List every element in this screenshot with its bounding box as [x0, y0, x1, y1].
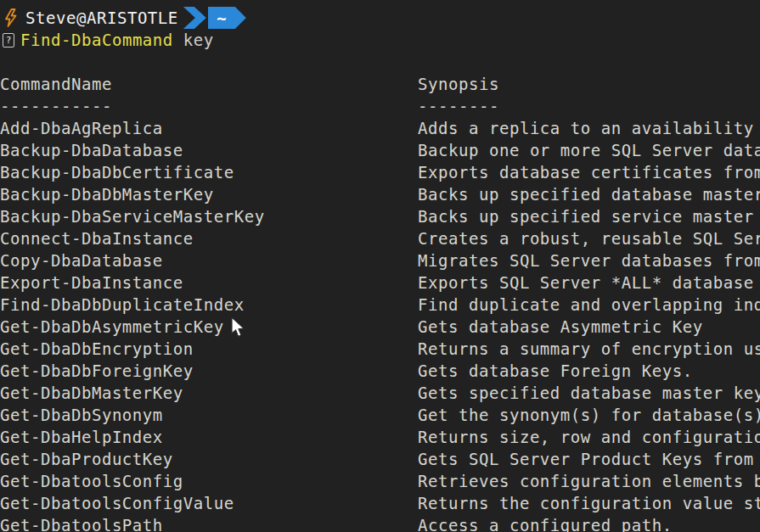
prompt-glyph-icon: ? [3, 33, 14, 48]
synopsis-cell: Get the synonym(s) for database(s). [418, 404, 760, 426]
command-cell: Get-DbatoolsConfigValue [0, 492, 418, 514]
synopsis-cell: Backs up specified service master k [418, 205, 760, 227]
command-cell: Get-DbaDbSynonym [0, 404, 418, 426]
command-cell: Get-DbaHelpIndex [0, 426, 418, 448]
synopsis-underline: -------- [418, 95, 760, 117]
synopsis-cell: Retrieves configuration elements by [418, 470, 760, 492]
command-argument: key [183, 29, 214, 51]
blank-line [0, 51, 760, 73]
command-cell: Backup-DbaDbMasterKey [0, 183, 418, 205]
synopsis-cell: Returns a summary of encryption use [418, 338, 760, 360]
command-cell: Get-DbaProductKey [0, 448, 418, 470]
lightning-icon [3, 8, 18, 27]
table-row: Get-DbaDbEncryption Returns a summary of… [0, 338, 760, 360]
command-cell: Get-DbaDbForeignKey [0, 360, 418, 382]
table-row: Backup-DbaDatabase Backup one or more SQ… [0, 139, 760, 161]
synopsis-cell: Backup one or more SQL Server datab [418, 139, 760, 161]
terminal-window[interactable]: { "colors":{ "bg":"#212121", "fg":"#d6d6… [0, 0, 760, 532]
table-row: Get-DbaDbSynonym Get the synonym(s) for … [0, 404, 760, 426]
command-text: Find-DbaCommand [20, 29, 173, 51]
table-header-underline: ----------- -------- [0, 95, 760, 117]
table-row: Get-DbaProductKey Gets SQL Server Produc… [0, 448, 760, 470]
command-cell: Backup-DbaServiceMasterKey [0, 205, 418, 227]
prompt-line: Steve@ARISTOTLE ~ [0, 7, 760, 29]
powerline-chevron-icon [183, 7, 206, 29]
command-cell: Backup-DbaDbCertificate [0, 161, 418, 183]
table-body: Add-DbaAgReplica Adds a replica to an av… [0, 117, 760, 532]
table-row: Connect-DbaInstance Creates a robust, re… [0, 227, 760, 249]
command-cell: Connect-DbaInstance [0, 227, 418, 249]
synopsis-cell: Returns the configuration value sto [418, 492, 760, 514]
synopsis-cell: Gets specified database master key [418, 382, 760, 404]
synopsis-cell: Gets database Asymmetric Key [418, 316, 760, 338]
synopsis-cell: Creates a robust, reusable SQL Serv [418, 227, 760, 249]
command-cell: Backup-DbaDatabase [0, 139, 418, 161]
table-row: Find-DbaDbDuplicateIndex Find duplicate … [0, 294, 760, 316]
table-header-row: CommandName Synopsis [0, 73, 760, 95]
table-row: Backup-DbaServiceMasterKey Backs up spec… [0, 205, 760, 227]
table-row: Get-DbaDbAsymmetricKey Gets database Asy… [0, 316, 760, 338]
synopsis-cell: Adds a replica to an availability g [418, 117, 760, 139]
table-row: Get-DbaDbForeignKey Gets database Foreig… [0, 360, 760, 382]
table-row: Add-DbaAgReplica Adds a replica to an av… [0, 117, 760, 139]
command-cell: Get-DbaDbEncryption [0, 338, 418, 360]
column-header-commandname: CommandName [0, 73, 418, 95]
mouse-cursor-icon [230, 316, 246, 339]
command-cell: Add-DbaAgReplica [0, 117, 418, 139]
prompt-path: ~ [217, 7, 227, 29]
table-row: Get-DbatoolsConfig Retrieves configurati… [0, 470, 760, 492]
synopsis-cell: Migrates SQL Server databases from [418, 249, 760, 272]
synopsis-cell: Exports database certificates from [418, 161, 760, 183]
synopsis-cell: Find duplicate and overlapping inde [418, 294, 760, 316]
command-cell: Get-DbaDbAsymmetricKey [0, 316, 418, 338]
table-row: Backup-DbaDbMasterKey Backs up specified… [0, 183, 760, 205]
command-cell: Copy-DbaDatabase [0, 249, 418, 272]
table-row: Get-DbatoolsPath Access a configured pat… [0, 514, 760, 532]
table-row: Backup-DbaDbCertificate Exports database… [0, 161, 760, 183]
command-cell: Get-DbatoolsPath [0, 514, 418, 532]
synopsis-cell: Gets database Foreign Keys. [418, 360, 760, 382]
prompt-user-host: Steve@ARISTOTLE [25, 7, 178, 29]
synopsis-cell: Returns size, row and configuration [418, 426, 760, 448]
command-cell: Get-DbaDbMasterKey [0, 382, 418, 404]
synopsis-cell: Gets SQL Server Product Keys from m [418, 448, 760, 470]
command-cell: Export-DbaInstance [0, 272, 418, 294]
synopsis-cell: Exports SQL Server *ALL* database r [418, 272, 760, 294]
column-header-synopsis: Synopsis [418, 73, 760, 95]
terminal-screen[interactable]: Steve@ARISTOTLE ~ ? Find-DbaCommand key … [0, 0, 760, 532]
table-row: Get-DbaHelpIndex Returns size, row and c… [0, 426, 760, 448]
table-row: Get-DbatoolsConfigValue Returns the conf… [0, 492, 760, 514]
command-cell: Find-DbaDbDuplicateIndex [0, 294, 418, 316]
command-cell: Get-DbatoolsConfig [0, 470, 418, 492]
command-line[interactable]: ? Find-DbaCommand key [0, 29, 760, 51]
commandname-underline: ----------- [0, 95, 418, 117]
synopsis-cell: Access a configured path. [418, 514, 760, 532]
powerline-segment: ~ [208, 7, 246, 29]
synopsis-cell: Backs up specified database master [418, 183, 760, 205]
table-row: Get-DbaDbMasterKey Gets specified databa… [0, 382, 760, 404]
table-row: Copy-DbaDatabase Migrates SQL Server dat… [0, 249, 760, 272]
table-row: Export-DbaInstance Exports SQL Server *A… [0, 272, 760, 294]
